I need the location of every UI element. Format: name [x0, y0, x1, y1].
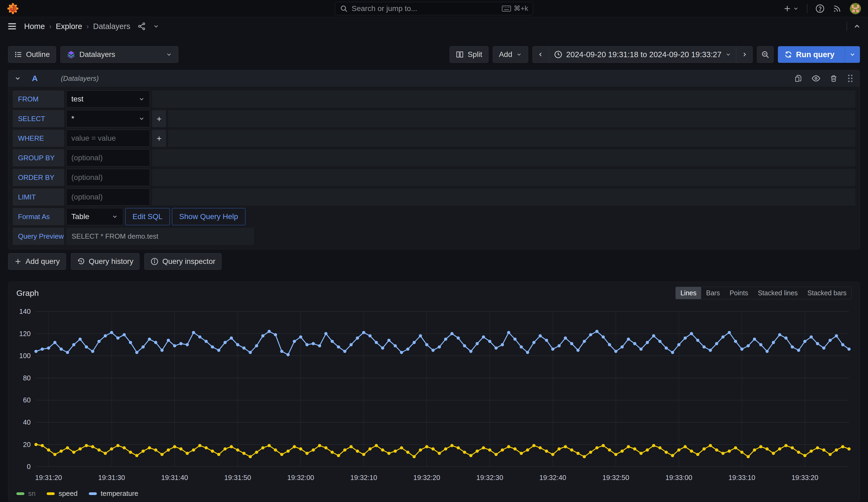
chevron-right-icon: ›: [49, 22, 52, 31]
legend-label-speed: speed: [59, 489, 78, 498]
query-editor-panel: A (Datalayers) FROM test: [8, 70, 860, 249]
row-filler: [152, 149, 855, 167]
query-preview-text: SELECT * FROM demo.test: [66, 228, 254, 245]
graph-mode-stacked-lines[interactable]: Stacked lines: [753, 287, 803, 299]
top-nav-bar: ⌘+k: [0, 0, 868, 17]
chevron-down-icon: [153, 23, 159, 30]
drag-query-handle[interactable]: [847, 74, 854, 82]
search-input[interactable]: [352, 4, 498, 13]
select-column-select[interactable]: *: [66, 110, 150, 127]
explore-toolbar: Outline Datalayers Split Add 2024-09-20 …: [8, 46, 860, 63]
row-filler: [168, 130, 855, 147]
new-menu-button[interactable]: [783, 4, 799, 13]
mega-menu-toggle[interactable]: [7, 21, 17, 31]
chevron-down-icon: [725, 51, 731, 58]
add-where-condition-button[interactable]: ＋: [152, 130, 166, 147]
svg-text:120: 120: [19, 330, 31, 338]
order-by-input[interactable]: [66, 169, 150, 186]
svg-text:80: 80: [23, 374, 31, 382]
breadcrumb-home[interactable]: Home: [24, 22, 45, 31]
legend-item-temperature[interactable]: temperature: [89, 489, 138, 498]
group-by-label: GROUP BY: [13, 149, 64, 167]
row-filler: [152, 169, 855, 186]
eye-icon: [812, 74, 820, 83]
user-avatar[interactable]: [850, 3, 861, 14]
split-button[interactable]: Split: [450, 46, 488, 63]
select-label: SELECT: [13, 110, 64, 127]
delete-query-button[interactable]: [830, 74, 838, 82]
collapse-controls-button[interactable]: [853, 22, 861, 30]
select-row: SELECT * ＋: [13, 110, 855, 127]
run-query-button[interactable]: Run query: [778, 46, 860, 63]
legend-label-temperature: temperature: [101, 489, 138, 498]
collapse-query-row-toggle[interactable]: [14, 75, 21, 82]
svg-text:19:33:10: 19:33:10: [728, 474, 755, 481]
graph-header: Graph Lines Bars Points Stacked lines St…: [13, 287, 855, 303]
graph-mode-bars[interactable]: Bars: [701, 287, 724, 299]
chevron-up-icon: [853, 22, 861, 30]
help-button[interactable]: [815, 4, 825, 13]
time-shift-forward-button[interactable]: [736, 47, 752, 62]
svg-text:19:32:50: 19:32:50: [602, 474, 629, 481]
keyboard-shortcut-hint: ⌘+k: [502, 4, 528, 13]
search-icon: [340, 4, 348, 13]
graph-mode-stacked-bars[interactable]: Stacked bars: [803, 287, 851, 299]
group-by-input[interactable]: [66, 149, 150, 167]
navrow-divider: [847, 22, 847, 31]
from-table-select[interactable]: test: [66, 90, 150, 108]
time-series-chart[interactable]: 19:31:2019:31:3019:31:4019:31:5019:32:00…: [13, 303, 856, 487]
split-columns-icon: [456, 50, 464, 59]
info-circle-icon: [151, 258, 158, 265]
show-query-help-button[interactable]: Show Query Help: [172, 208, 245, 225]
breadcrumb-explore[interactable]: Explore: [56, 22, 82, 31]
time-range-button[interactable]: 2024-09-20 19:31:18 to 2024-09-20 19:33:…: [549, 47, 736, 62]
from-row: FROM test: [13, 90, 855, 108]
query-history-button[interactable]: Query history: [71, 253, 140, 270]
chevron-down-icon: [849, 51, 856, 58]
svg-text:40: 40: [23, 419, 31, 426]
grafana-logo-icon[interactable]: [7, 3, 19, 14]
svg-text:100: 100: [19, 352, 31, 360]
chevron-right-icon: ›: [86, 22, 89, 31]
row-filler: [152, 189, 855, 205]
where-condition-input[interactable]: [66, 130, 150, 147]
chevron-down-icon: [516, 51, 522, 58]
share-icon: [137, 22, 146, 31]
time-shift-back-button[interactable]: [533, 47, 549, 62]
sync-icon: [784, 50, 792, 59]
news-button[interactable]: [833, 4, 842, 13]
legend-swatch-speed: [47, 492, 55, 495]
graph-mode-lines[interactable]: Lines: [676, 287, 701, 299]
graph-mode-toggle: Lines Bars Points Stacked lines Stacked …: [675, 287, 851, 299]
add-query-button[interactable]: Add query: [8, 253, 66, 270]
duplicate-query-button[interactable]: [794, 74, 802, 82]
edit-sql-button[interactable]: Edit SQL: [125, 208, 170, 225]
format-as-row: Format As Table Edit SQL Show Query Help: [13, 208, 855, 225]
graph-mode-points[interactable]: Points: [725, 287, 753, 299]
breadcrumb-datalayers: Datalayers: [93, 22, 130, 31]
order-by-label: ORDER BY: [13, 169, 64, 186]
svg-text:19:32:00: 19:32:00: [287, 474, 314, 481]
global-search[interactable]: ⌘+k: [335, 2, 533, 15]
query-datasource-hint: (Datalayers): [61, 74, 99, 83]
legend-item-speed[interactable]: speed: [47, 489, 78, 498]
format-as-select[interactable]: Table: [66, 208, 123, 225]
zoom-out-button[interactable]: [757, 46, 774, 63]
outline-button[interactable]: Outline: [8, 46, 56, 63]
keyboard-icon: [502, 5, 511, 12]
share-options-toggle[interactable]: [153, 23, 159, 30]
datasource-picker[interactable]: Datalayers: [60, 46, 178, 63]
datalayers-logo-icon: [66, 50, 76, 59]
toggle-query-visibility-button[interactable]: [812, 74, 820, 83]
query-inspector-button[interactable]: Query inspector: [144, 253, 221, 270]
share-shortlink-button[interactable]: [137, 22, 146, 31]
query-ref-id[interactable]: A: [32, 74, 38, 83]
plus-icon: [783, 4, 791, 13]
add-dropdown-button[interactable]: Add: [493, 46, 528, 63]
trash-icon: [830, 74, 838, 82]
chevron-down-icon: [138, 116, 145, 122]
run-query-mode-toggle[interactable]: [845, 46, 860, 63]
legend-item-sn[interactable]: sn: [17, 489, 35, 498]
limit-input[interactable]: [66, 189, 150, 205]
add-select-column-button[interactable]: ＋: [152, 110, 166, 127]
